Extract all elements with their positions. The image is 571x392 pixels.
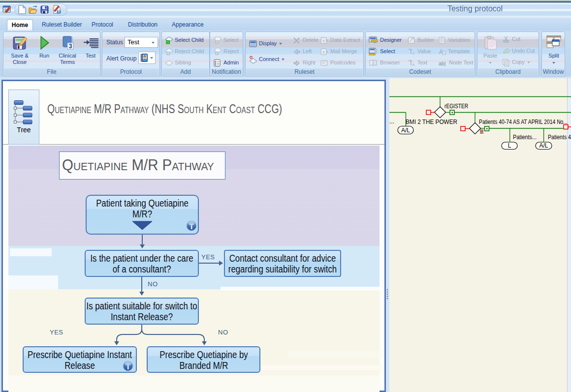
svg-text:x: x	[323, 38, 325, 43]
svg-text:T: T	[58, 10, 60, 13]
svg-text:A/L: A/L	[539, 142, 548, 149]
svg-text:A: A	[412, 62, 415, 67]
svg-text:ab|: ab|	[439, 60, 445, 66]
svg-text:rEGISTER: rEGISTER	[444, 103, 468, 110]
svg-text:Patients...: Patients...	[513, 134, 537, 141]
svg-text:...: ...	[389, 118, 394, 125]
svg-text:x: x	[323, 50, 325, 54]
svg-text:L: L	[508, 142, 511, 149]
svg-text:i: i	[127, 363, 129, 371]
svg-text:A/L: A/L	[401, 127, 410, 134]
svg-text:1: 1	[412, 51, 415, 56]
svg-text:Patients 40-74 AS AT APRIL 201: Patients 40-74 AS AT APRIL 2014 No...	[479, 119, 568, 125]
svg-text:Patients 4: Patients 4	[548, 134, 571, 141]
svg-text:3: 3	[69, 43, 72, 50]
svg-text:BMI 2 THE POWER: BMI 2 THE POWER	[406, 119, 457, 125]
svg-text:i: i	[190, 223, 192, 231]
